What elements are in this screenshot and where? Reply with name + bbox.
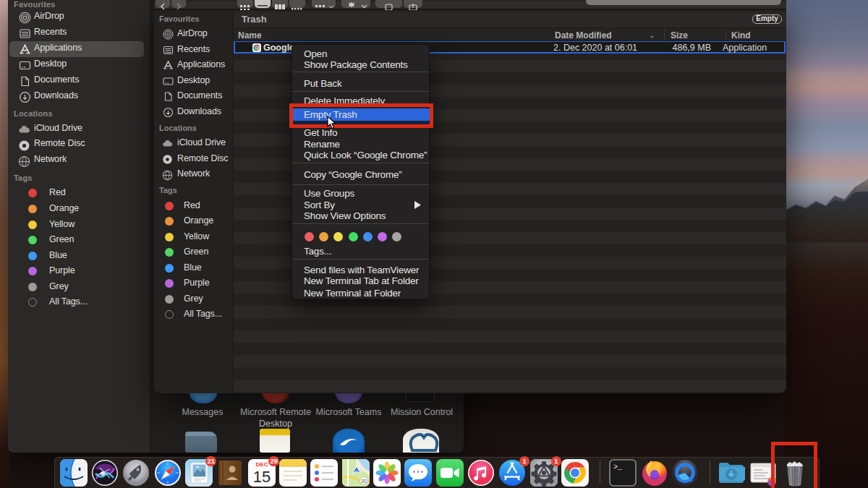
svg-text:15: 15 <box>253 468 271 486</box>
svg-text:DEC: DEC <box>256 461 268 468</box>
svg-text:>_: >_ <box>613 463 623 471</box>
svg-text:30: 30 <box>361 479 367 484</box>
